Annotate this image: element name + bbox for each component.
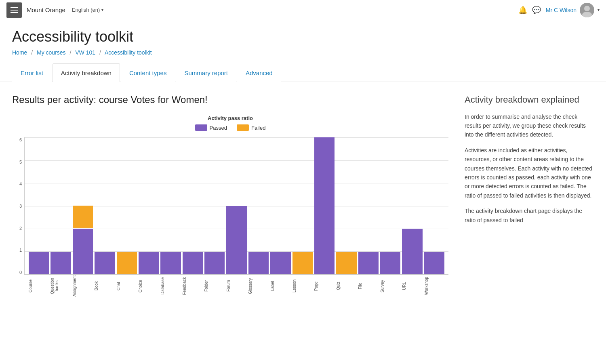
legend-failed-label: Failed [251,125,265,131]
bar-failed [336,252,356,275]
user-dropdown-arrow: ▾ [598,8,600,12]
x-label: Folder [204,275,224,299]
bar-passed [402,229,422,274]
x-label: Lesson [292,275,312,299]
bar-passed [139,252,159,275]
chart-legend: Passed Failed [12,124,448,131]
notifications-icon[interactable]: 🔔 [518,6,527,15]
tab-content-types[interactable]: Content types [121,63,175,82]
results-title: Results per activity: course Votes for W… [12,94,448,105]
tab-advanced[interactable]: Advanced [237,63,281,82]
bar-passed [380,252,400,275]
main-content: Results per activity: course Votes for W… [0,82,606,311]
x-axis: CourseQuestion banksAssignmentBookChatCh… [24,275,448,299]
menu-button[interactable] [6,2,22,18]
x-label: Glossary [248,275,268,299]
messages-icon[interactable]: 💬 [532,6,541,15]
x-label: Database [160,275,181,299]
header: Mount Orange English (en) 🔔 💬 Mr C Wilso… [0,0,606,20]
x-label: URL [402,275,422,299]
x-label: Workshop [424,275,444,299]
bar-group [358,137,379,274]
breadcrumb-toolkit[interactable]: Accessibility toolkit [105,49,152,56]
x-label: Label [270,275,290,299]
bar-passed [95,252,115,275]
tab-summary-report[interactable]: Summary report [176,63,236,82]
bars-and-grid [24,137,448,275]
svg-point-1 [584,6,590,11]
breadcrumb-vw101[interactable]: VW 101 [75,49,95,56]
bar-failed [117,252,137,275]
bar-failed [73,206,93,229]
bar-group [160,137,181,274]
bar-passed [73,229,93,274]
breadcrumb: Home / My courses / VW 101 / Accessibili… [12,49,594,56]
bar-group [95,137,115,274]
x-label: Assignment [72,275,93,299]
bar-group [424,137,444,274]
x-label: Page [314,275,334,299]
x-label: Quiz [336,275,356,299]
bar-group [204,137,225,274]
bar-group [248,137,269,274]
bar-passed [204,252,225,275]
page-title-area: Accessibility toolkit Home / My courses … [0,20,606,60]
page-title: Accessibility toolkit [12,28,594,45]
sidebar-para-2: Activities are included as either activi… [465,146,594,200]
bar-chart-wrapper: 6 5 4 3 2 1 0 [12,137,448,299]
x-label: File [358,275,378,299]
bar-passed [270,252,290,275]
x-label: Forum [226,275,246,299]
legend-failed-color [237,124,249,131]
bar-passed [248,252,269,275]
breadcrumb-mycourses[interactable]: My courses [37,49,66,56]
bar-passed [358,252,379,275]
x-label: Course [28,275,48,299]
bar-group [380,137,400,274]
tab-activity-breakdown[interactable]: Activity breakdown [53,63,120,82]
language-selector[interactable]: English (en) [72,7,103,13]
sidebar-info: Activity breakdown explained In order to… [465,94,594,299]
header-right: 🔔 💬 Mr C Wilson ▾ [518,3,600,17]
chart-title: Activity pass ratio [12,115,448,121]
bar-group [183,137,203,274]
bar-passed [160,252,181,275]
x-label: Feedback [182,275,202,299]
bar-passed [183,252,203,275]
bar-passed [314,137,335,274]
bar-failed [292,252,313,275]
bar-group [314,137,335,274]
bar-group [73,137,93,274]
x-label: Book [94,275,114,299]
legend-failed: Failed [237,124,265,131]
user-name: Mr C Wilson [546,7,577,13]
avatar [580,3,594,17]
tab-error-list[interactable]: Error list [12,63,52,82]
bar-passed [29,252,49,275]
chart-area: Results per activity: course Votes for W… [12,94,448,299]
bar-passed [50,252,71,275]
x-label: Survey [380,275,400,299]
bar-group [270,137,290,274]
legend-passed: Passed [195,124,227,131]
bar-group [226,137,246,274]
bar-group [29,137,49,274]
x-label: Chat [116,275,137,299]
sidebar-title: Activity breakdown explained [465,94,594,106]
bar-passed [226,206,246,275]
breadcrumb-home[interactable]: Home [12,49,27,56]
legend-passed-label: Passed [210,125,227,131]
sidebar-para-3: The activity breakdown chart page displa… [465,206,594,225]
y-axis: 6 5 4 3 2 1 0 [12,137,24,299]
bar-passed [424,252,444,275]
tab-bar: Error list Activity breakdown Content ty… [0,63,606,82]
sidebar-para-1: In order to summarise and analyse the ch… [465,112,594,139]
user-menu[interactable]: Mr C Wilson ▾ [546,3,600,17]
x-label: Question banks [50,275,70,299]
bar-group [336,137,356,274]
chart-body: CourseQuestion banksAssignmentBookChatCh… [24,137,448,299]
x-label: Choice [138,275,158,299]
chart-container: Activity pass ratio Passed Failed 6 5 4 … [12,115,448,299]
site-name: Mount Orange [27,6,65,13]
bar-group [139,137,159,274]
